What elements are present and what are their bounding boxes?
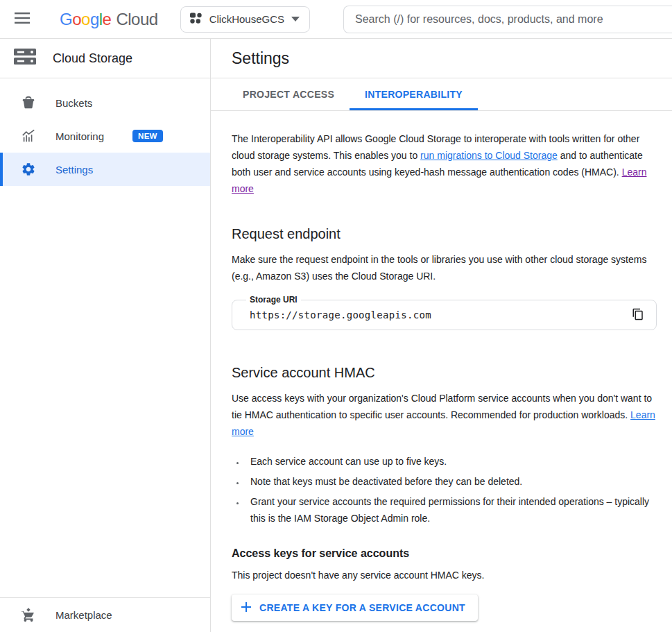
chevron-down-icon	[291, 17, 300, 22]
page-header: Settings	[211, 39, 672, 78]
gear-icon	[20, 162, 37, 177]
cloud-storage-icon	[14, 47, 36, 69]
copy-icon	[632, 308, 644, 323]
create-key-button[interactable]: CREATE A KEY FOR A SERVICE ACCOUNT	[232, 595, 478, 621]
sidebar-item-settings[interactable]: Settings	[0, 153, 210, 186]
access-keys-heading: Access keys for service accounts	[232, 547, 657, 560]
sidebar-item-label: Marketplace	[55, 609, 112, 621]
page-title: Settings	[232, 49, 289, 68]
hmac-notes-list: Each service account can use up to five …	[232, 453, 657, 527]
project-icon	[189, 11, 203, 27]
sidebar-product-title: Cloud Storage	[53, 51, 132, 66]
bucket-icon	[20, 95, 37, 110]
list-item: Grant your service accounts the required…	[245, 493, 657, 527]
tab-interoperability[interactable]: INTEROPERABILITY	[350, 78, 478, 110]
storage-uri-value: https://storage.googleapis.com	[250, 309, 628, 321]
logo-letter: G	[60, 10, 72, 29]
sidebar-item-monitoring[interactable]: Monitoring NEW	[0, 119, 210, 153]
logo-cloud-text: Cloud	[116, 10, 157, 29]
hamburger-menu-button[interactable]	[6, 3, 39, 36]
tab-label: PROJECT ACCESS	[243, 89, 334, 100]
run-migrations-link[interactable]: run migrations to Cloud Storage	[420, 150, 558, 161]
request-endpoint-description: Make sure the request endpoint in the to…	[232, 251, 657, 284]
list-item: Each service account can use up to five …	[245, 453, 657, 470]
search-bar[interactable]	[343, 6, 672, 33]
project-name: ClickHouseGCS	[209, 13, 284, 25]
interoperability-intro: The Interoperability API allows Google C…	[232, 130, 657, 197]
google-cloud-logo[interactable]: G o o g l e Cloud	[60, 10, 158, 29]
sidebar-item-label: Monitoring	[55, 130, 104, 142]
request-endpoint-heading: Request endpoint	[232, 225, 657, 243]
sidebar-item-buckets[interactable]: Buckets	[0, 86, 210, 119]
search-input[interactable]	[355, 13, 669, 26]
hamburger-icon	[15, 12, 30, 26]
marketplace-cart-icon	[20, 608, 37, 623]
tab-label: INTEROPERABILITY	[365, 89, 463, 100]
top-bar: G o o g l e Cloud ClickHouseGCS	[0, 0, 672, 39]
logo-letter: o	[81, 10, 90, 29]
copy-button[interactable]	[628, 305, 648, 325]
create-key-button-label: CREATE A KEY FOR A SERVICE ACCOUNT	[259, 602, 465, 613]
storage-uri-label: Storage URI	[246, 295, 301, 305]
access-keys-empty-text: This project doesn't have any service ac…	[232, 567, 657, 583]
sidebar-footer: Marketplace	[0, 597, 210, 632]
sidebar-nav: Buckets Monitoring NEW Settings	[0, 78, 210, 186]
logo-letter: o	[72, 10, 81, 29]
main-content: Settings PROJECT ACCESS INTEROPERABILITY…	[211, 39, 672, 632]
tab-project-access[interactable]: PROJECT ACCESS	[227, 78, 350, 110]
sidebar: Cloud Storage Buckets Monitoring NEW	[0, 39, 211, 632]
sidebar-header: Cloud Storage	[0, 39, 210, 78]
logo-letter: g	[90, 10, 99, 29]
hmac-text: Use access keys with your organization's…	[232, 393, 652, 420]
sidebar-item-marketplace[interactable]: Marketplace	[0, 598, 210, 632]
service-account-hmac-description: Use access keys with your organization's…	[232, 390, 657, 440]
sidebar-item-label: Buckets	[55, 97, 92, 109]
service-account-hmac-heading: Service account HMAC	[232, 364, 657, 382]
plus-icon	[240, 601, 252, 615]
monitoring-chart-icon	[20, 128, 37, 144]
logo-letter: e	[103, 10, 112, 29]
storage-uri-field: Storage URI https://storage.googleapis.c…	[232, 300, 657, 330]
new-badge: NEW	[132, 130, 163, 142]
list-item: Note that keys must be deactivated befor…	[245, 473, 657, 490]
tab-bar: PROJECT ACCESS INTEROPERABILITY	[211, 78, 672, 111]
sidebar-item-label: Settings	[55, 164, 93, 176]
project-selector[interactable]: ClickHouseGCS	[180, 6, 310, 33]
